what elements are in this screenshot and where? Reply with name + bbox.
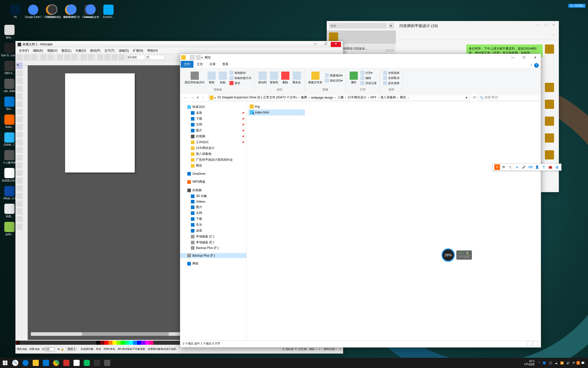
history-button[interactable]: 历史记录	[359, 80, 378, 86]
tree-webpage[interactable]: 网页	[180, 163, 246, 169]
swatch[interactable]	[117, 341, 121, 345]
move-to-button[interactable]: 移动到	[257, 71, 268, 85]
menu-help[interactable]: 帮助(H)	[145, 49, 160, 53]
paste-shortcut-button[interactable]: 粘贴快捷方式	[228, 75, 252, 80]
tree-wps[interactable]: WPS网盘	[180, 179, 246, 185]
nav-forward[interactable]: →	[189, 95, 196, 101]
breadcrumb[interactable]: 微腾	[300, 95, 308, 100]
breadcrumb[interactable]: 21年网页设计	[347, 95, 367, 100]
tool-pencil[interactable]	[16, 116, 22, 122]
ime-toolbox-icon[interactable]: 🧰	[547, 164, 553, 170]
rotation-value[interactable]: 0.00	[330, 348, 335, 351]
breadcrumb[interactable]: 第八讲案例	[380, 95, 397, 100]
tb-new[interactable]	[17, 54, 23, 60]
swatch[interactable]	[108, 341, 113, 345]
swatch[interactable]	[121, 341, 125, 345]
desktop-icon[interactable]: Ps	[6, 1, 24, 22]
tree-desktop[interactable]: 桌面📌	[180, 110, 246, 116]
minimize-button[interactable]: —	[310, 42, 321, 47]
ime-keyboard-icon[interactable]: ⌨	[528, 164, 533, 170]
tree-drive-c[interactable]: 本地磁盘 (C:)	[180, 234, 246, 239]
chat-search-input[interactable]	[329, 23, 387, 29]
easy-access-button[interactable]: 轻松访问 ▾	[324, 78, 344, 83]
breadcrumb[interactable]: «	[214, 96, 217, 99]
swatch[interactable]	[145, 341, 149, 345]
nav-history[interactable]: ▾	[196, 95, 200, 101]
tree-desktop[interactable]: 桌面	[180, 228, 246, 234]
copy-button[interactable]: 复制	[206, 71, 217, 85]
tree-downloads[interactable]: 下载	[180, 216, 246, 222]
qat-btn[interactable]	[196, 55, 201, 60]
tray-sogou[interactable]: S	[577, 361, 580, 365]
ime-btn[interactable]: ⊕	[514, 164, 520, 170]
menu-path[interactable]: 路径(P)	[88, 49, 102, 53]
tree-3d[interactable]: 3D 对象	[180, 193, 246, 199]
y-input[interactable]	[149, 55, 164, 60]
breadcrumb[interactable]: 网页	[399, 95, 407, 100]
swatch[interactable]	[141, 341, 145, 345]
taskbar-search[interactable]: 🔍	[10, 358, 20, 368]
menu-view[interactable]: 视图(V)	[45, 49, 59, 53]
swatch[interactable]	[149, 341, 153, 345]
chat-add-button[interactable]: +	[388, 23, 394, 29]
search-input[interactable]: 🔍 搜索"网页"	[478, 95, 539, 101]
taskbar-wps[interactable]	[61, 358, 71, 368]
inkscape-titlebar[interactable]: 新建文档 1 - Inkscape — ☐ ✕	[16, 41, 343, 48]
tool-star[interactable]	[16, 93, 22, 99]
tool-node[interactable]	[16, 70, 22, 76]
close-button[interactable]: ✕	[530, 54, 541, 61]
tray-ime[interactable]: 中	[571, 361, 577, 365]
tree-lecture8[interactable]: 第八讲案例	[180, 151, 246, 157]
menu-object[interactable]: 对象(O)	[74, 49, 88, 53]
chat-more-button[interactable]: ⋯	[552, 33, 555, 37]
tree-backup-f[interactable]: Backup Plus (F:)	[180, 245, 246, 250]
tree-this-pc[interactable]: 此电脑	[180, 187, 246, 193]
tool-measure[interactable]	[16, 224, 22, 230]
swatch[interactable]	[104, 341, 108, 345]
tree-downloads[interactable]: 下载📌	[180, 116, 246, 122]
zoom-value[interactable]: 35%	[309, 348, 314, 351]
weather-widget[interactable]: 41°C CPU温度	[522, 360, 537, 366]
desktop-icon[interactable]: Chrome安全浏览器	[82, 1, 100, 22]
rotation-plus[interactable]: +	[338, 348, 342, 351]
rotation-minus[interactable]: −	[335, 348, 338, 351]
explorer-titlebar[interactable]: ▾ 网页 — ☐ ✕	[180, 54, 541, 61]
desktop-icon[interactable]: 收站...	[1, 23, 18, 41]
tool-gradient[interactable]	[16, 147, 22, 153]
breadcrumb[interactable]: PPT	[370, 96, 377, 99]
copy-to-button[interactable]: 复制到	[268, 71, 280, 85]
desktop-icon[interactable]: UES抢先体验版	[43, 1, 61, 22]
new-folder-button[interactable]: 新建文件夹	[307, 71, 324, 85]
desktop-icon[interactable]: Evroll A...	[100, 1, 117, 22]
tb-zoom2[interactable]	[88, 54, 94, 60]
taskbar-mail[interactable]	[41, 358, 51, 368]
tab-share[interactable]: 共享	[206, 61, 219, 68]
zoom-minus[interactable]: −	[314, 348, 318, 351]
ime-skin-icon[interactable]: 👕	[541, 164, 546, 170]
tree-documents[interactable]: 文档📌	[180, 122, 246, 128]
tree-this-pc[interactable]: 此电脑📌	[180, 133, 246, 139]
tab-view[interactable]: 查看	[219, 61, 232, 68]
tree-quick-access[interactable]: 快速访问	[180, 104, 246, 110]
tree-onedrive[interactable]: OneDrive	[180, 171, 246, 176]
tb-zoom[interactable]	[81, 54, 87, 60]
tree-workstation[interactable]: 工作站01📌	[180, 139, 246, 145]
select-none-button[interactable]: 全部取消	[382, 75, 400, 80]
menu-layer[interactable]: 图层(L)	[59, 49, 74, 53]
cut-button[interactable]: 剪切	[228, 80, 252, 86]
start-button[interactable]	[0, 358, 10, 368]
ime-menu-icon[interactable]: ▦	[554, 164, 560, 170]
tool-connector[interactable]	[16, 201, 22, 207]
tool-circle[interactable]	[16, 86, 22, 92]
view-icons[interactable]	[533, 341, 538, 346]
breadcrumb[interactable]: 01 Seagate Expansion Drive (E:) 正常文件 (93…	[217, 95, 298, 100]
tree-music[interactable]: 音乐	[180, 222, 246, 228]
tool-eraser[interactable]	[16, 193, 22, 199]
tb-btn[interactable]	[119, 54, 125, 60]
tab-home[interactable]: 主页	[193, 61, 206, 68]
nav-up[interactable]: ↑	[200, 95, 207, 101]
menu-edit[interactable]: 编辑(E)	[31, 49, 45, 53]
ribbon-collapse[interactable]: ^	[531, 64, 532, 67]
tree-pictures[interactable]: 图片📌	[180, 128, 246, 133]
fill-value[interactable]: N/A	[23, 348, 27, 351]
